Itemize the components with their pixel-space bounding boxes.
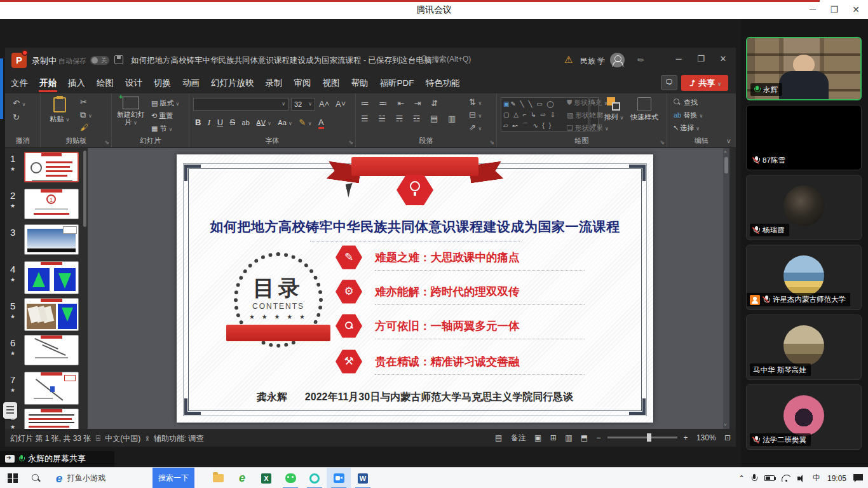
slide-thumbnail-1[interactable] (24, 152, 79, 182)
notification-center-icon[interactable] (853, 474, 863, 482)
slide-thumbnail-3[interactable] (24, 224, 79, 255)
reading-view-icon[interactable]: ▥ (565, 433, 572, 442)
tab-review[interactable]: 审阅 (288, 73, 317, 93)
bold-button[interactable]: B (195, 118, 201, 127)
tab-help[interactable]: 帮助 (346, 73, 374, 93)
language-label[interactable]: 中文(中国) (105, 434, 140, 443)
speaker-icon[interactable] (797, 475, 806, 482)
text-direction-button[interactable]: ⇅ ∨ (469, 97, 482, 107)
grow-font-icon[interactable]: A˄ (319, 99, 329, 109)
tray-chevron-icon[interactable]: ⌃ (738, 474, 745, 483)
slideshow-icon[interactable]: ⬒ (581, 433, 588, 442)
tab-slideshow[interactable]: 幻灯片放映 (205, 73, 260, 93)
drawing-dialog-launcher[interactable]: ⇘ (660, 139, 665, 146)
tray-mic-icon[interactable] (752, 474, 757, 483)
slide[interactable]: 如何把地方高校铸牢中华民族共同体意识课程建设成为国家一流课程 目录 CONTEN… (177, 154, 653, 423)
zoom-in-button[interactable]: + (684, 433, 688, 442)
ppt-close-button[interactable]: ✕ (717, 54, 729, 64)
change-case-button[interactable]: Aa ∨ (278, 119, 292, 126)
tab-transitions[interactable]: 切换 (148, 73, 177, 93)
undo-button[interactable]: ↶ ∨ (13, 98, 25, 108)
align-text-button[interactable]: ⊟ ∨ (469, 110, 482, 119)
shadow-button[interactable]: ab (242, 119, 250, 126)
layout-button[interactable]: ▤ 版式 ∨ (151, 98, 179, 108)
thumbnail-scrollbar[interactable] (83, 151, 86, 227)
ime-indicator[interactable]: 中 (813, 473, 820, 484)
tab-design[interactable]: 设计 (119, 73, 148, 93)
slide-sorter-icon[interactable]: ⊞ (550, 433, 557, 442)
ie-browser-icon[interactable]: e (50, 468, 69, 488)
tab-draw[interactable]: 绘图 (91, 73, 119, 93)
clock[interactable]: 19:05 (827, 474, 846, 483)
search-input[interactable]: 搜索(Alt+Q) (421, 54, 548, 67)
participant-tile[interactable]: 法学二班樊翼 (746, 384, 862, 450)
participant-tile-yonghui[interactable]: 永辉 (746, 37, 862, 100)
ppt-share-button[interactable]: ⭜ 共享 ∨ (681, 75, 728, 91)
tab-foxit-pdf[interactable]: 福昕PDF (374, 73, 420, 93)
close-button[interactable]: ✕ (850, 4, 862, 15)
account-avatar[interactable] (610, 53, 625, 67)
select-button[interactable]: ⭦ 选择 ∨ (674, 123, 700, 133)
battery-icon[interactable] (764, 475, 775, 481)
strikethrough-button[interactable]: S (229, 118, 235, 127)
taskbar-search-button[interactable]: 搜索一下 (153, 468, 194, 488)
ring-app-icon[interactable] (302, 468, 327, 488)
taskbar-search-icon[interactable] (25, 468, 47, 488)
font-color-button[interactable]: A (318, 118, 324, 129)
underline-button[interactable]: U (217, 118, 223, 127)
ppt-restore-button[interactable]: ❐ (695, 54, 707, 64)
minimize-button[interactable]: ─ (807, 4, 818, 15)
italic-button[interactable]: I (208, 118, 210, 128)
ie-window-label[interactable]: 打鱼小游戏 (67, 468, 137, 488)
participant-tile[interactable]: 杨瑞霞 (746, 175, 862, 240)
clipboard-dialog-launcher[interactable]: ⇘ (104, 139, 109, 146)
shape-fill-button[interactable]: ⛊ 形状填充 ∨ (567, 98, 607, 107)
fit-to-window-icon[interactable]: ⊡ (724, 433, 731, 442)
participant-tile[interactable]: 马中华 斯琴高娃 (746, 315, 862, 380)
tab-record[interactable]: 录制 (260, 73, 288, 93)
tab-view[interactable]: 视图 (317, 73, 346, 93)
highlight-color-button[interactable]: ✎ ∨ (299, 118, 311, 127)
canvas-scrollbar[interactable]: ˄˅ (723, 148, 729, 429)
section-button[interactable]: ▦ 节 ∨ (151, 124, 172, 133)
comments-button[interactable]: 🗨 (661, 75, 677, 90)
slide-thumbnail-6[interactable] (24, 335, 79, 365)
char-spacing-button[interactable]: A̲V̲ ∨ (256, 119, 271, 126)
paragraph-dialog-launcher[interactable]: ⇘ (489, 139, 494, 146)
file-explorer-icon[interactable] (206, 468, 230, 488)
tab-file[interactable]: 文件 (5, 73, 34, 93)
zoom-level[interactable]: 130% (696, 433, 716, 442)
tencent-meeting-icon[interactable] (327, 468, 351, 488)
format-painter-icon[interactable]: 🖌 (80, 123, 88, 132)
autosave-toggle[interactable]: 关 (90, 56, 109, 65)
tab-special-features[interactable]: 特色功能 (420, 73, 466, 93)
new-slide-button[interactable]: + 新建幻灯片 ∨ (114, 97, 147, 127)
slide-thumbnail-2[interactable]: 1 (24, 189, 79, 219)
slide-thumbnail-4[interactable] (24, 261, 79, 294)
floating-toolbar-handle[interactable] (3, 402, 17, 419)
paragraph-row-2[interactable]: ☰ ☱ ☴ ☲ ▤ ▥ (361, 114, 459, 123)
screen-share-banner[interactable]: 永辉的屏幕共享 (0, 451, 114, 466)
participant-tile[interactable]: 许星杰内蒙古师范大学 (746, 245, 862, 310)
excel-icon[interactable]: X (254, 468, 278, 488)
wifi-icon[interactable] (782, 475, 790, 482)
paste-button[interactable]: 粘贴 ∨ (46, 97, 74, 124)
pen-icon[interactable]: ✎ (635, 54, 646, 66)
spellcheck-icon[interactable]: ⌹ (96, 434, 100, 443)
redo-button[interactable]: ↻ (13, 112, 20, 122)
start-button[interactable] (0, 468, 25, 488)
participant-tile[interactable]: 87陈雪 (746, 105, 862, 170)
tab-home[interactable]: 开始 (34, 73, 62, 93)
tab-insert[interactable]: 插入 (62, 73, 91, 93)
collapse-ribbon-chevron[interactable]: ˅ (727, 137, 731, 145)
find-button[interactable]: 查找 (674, 98, 698, 107)
normal-view-icon[interactable]: ▣ (534, 433, 541, 442)
slide-thumbnail-5[interactable] (24, 298, 79, 331)
font-dialog-launcher[interactable]: ⇘ (348, 139, 353, 146)
shrink-font-icon[interactable]: A˅ (336, 99, 346, 109)
restore-button[interactable]: ❐ (829, 4, 840, 15)
tab-animations[interactable]: 动画 (177, 73, 205, 93)
zoom-out-button[interactable]: − (597, 433, 601, 442)
shape-effects-button[interactable]: ❏ 形状效果 ∨ (567, 123, 609, 133)
save-icon[interactable] (114, 55, 123, 64)
